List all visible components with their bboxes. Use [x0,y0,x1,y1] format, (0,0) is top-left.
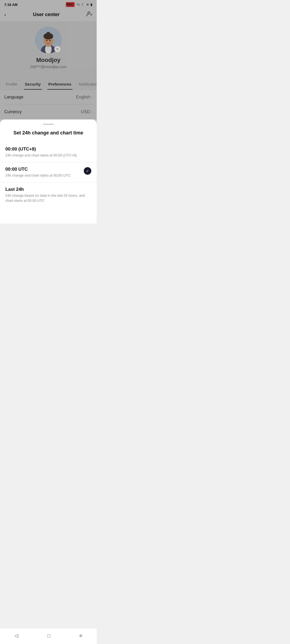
tab-profile[interactable]: Profile [2,79,21,90]
language-row[interactable]: Language English › [4,90,92,105]
svg-point-11 [53,41,54,42]
option-utc-content: 00:00 UTC 24h change and chart starts at… [5,167,81,178]
username: Moodjoy [36,57,60,64]
bluetooth-icon: ⌥ [76,3,80,6]
language-label: Language [4,95,23,100]
option-utc-desc: 24h change and chart starts at 00:00 UTC [5,173,81,178]
user-email: 200***@moodjoy.com [30,65,67,69]
svg-point-8 [46,40,48,41]
currency-chevron-icon: › [91,110,92,114]
rec-icon: REC [66,2,75,7]
selected-check-icon: ✓ [84,167,91,175]
option-last24h[interactable]: Last 24h 24h change based on data in the… [0,182,97,207]
profile-section: ✎ Moodjoy 200***@moodjoy.com [0,21,97,79]
svg-point-9 [49,40,51,41]
status-time: 7:16 AM [4,3,17,7]
option-utc8-desc: 24h change and chart starts at 00:00 (UT… [5,153,91,158]
settings-section: Language English › Currency USD › [0,90,97,119]
bottom-sheet: Set 24h change and chart time 00:00 (UTC… [0,119,97,224]
svg-point-10 [43,41,44,42]
tabs-container: Profile Security Preferences Notificatio… [0,79,97,90]
language-chevron-icon: › [91,95,92,99]
user-manage-icon[interactable] [86,11,92,18]
option-utc8-content: 00:00 (UTC+8) 24h change and chart start… [5,147,91,158]
back-button[interactable]: ‹ [4,12,6,18]
option-last24h-desc: 24h change based on data in the last 24 … [5,193,91,203]
status-bar: 7:16 AM REC ⌥ ☾ ≋ ▮ [0,0,97,8]
option-utc[interactable]: 00:00 UTC 24h change and chart starts at… [0,162,97,182]
header: ‹ User center [0,8,97,21]
battery-icon: ▮ [90,3,92,6]
option-last24h-title: Last 24h [5,187,91,192]
moon-icon: ☾ [82,3,85,6]
wifi-icon: ≋ [86,3,89,6]
svg-point-7 [46,32,50,36]
tab-preferences[interactable]: Preferences [45,79,75,90]
currency-label: Currency [4,109,22,114]
sheet-handle [43,124,54,125]
status-icons: REC ⌥ ☾ ≋ ▮ [66,2,92,7]
language-value: English › [76,95,92,100]
currency-row[interactable]: Currency USD › [4,105,92,119]
avatar-container: ✎ [35,27,62,53]
tab-notifications[interactable]: Notifications [75,79,97,90]
page-title: User center [33,12,60,17]
edit-avatar-button[interactable]: ✎ [54,46,61,52]
option-utc8[interactable]: 00:00 (UTC+8) 24h change and chart start… [0,142,97,162]
tab-security[interactable]: Security [21,79,45,90]
sheet-title: Set 24h change and chart time [0,130,97,142]
option-last24h-content: Last 24h 24h change based on data in the… [5,187,91,203]
currency-value: USD › [81,109,92,114]
option-utc8-title: 00:00 (UTC+8) [5,147,91,152]
svg-point-0 [88,12,90,14]
option-utc-title: 00:00 UTC [5,167,81,172]
